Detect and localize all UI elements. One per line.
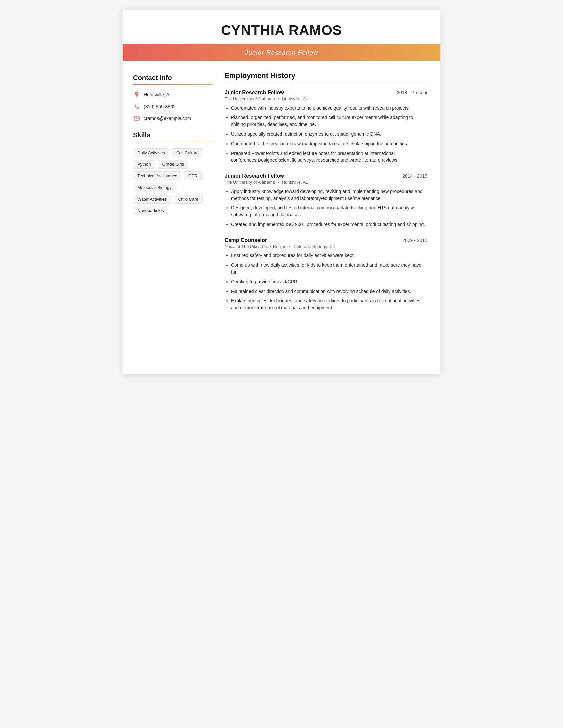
contact-phone: (310) 555-8862 (133, 103, 212, 110)
skill-tag: Grade Girls (158, 160, 188, 169)
job-dates: 2018 - Present (397, 90, 427, 95)
skills-divider (133, 142, 212, 142)
skill-tag: Daily Activities (133, 148, 169, 157)
job-bullet: Utilized specially created restriction e… (231, 131, 427, 138)
job-bullet: Created and implemented ISO 9001 procedu… (231, 221, 427, 228)
job-bullet: Maintained clear direction and communica… (231, 288, 427, 295)
job-title-header: Junior Research Fellow (245, 49, 318, 56)
resume-container: CYNTHIA RAMOS Junior Research Fellow Con… (122, 10, 441, 374)
email-icon (133, 115, 140, 122)
contact-section-title: Contact Info (133, 74, 212, 82)
job-dates: 2009 - 2010 (402, 238, 427, 243)
contact-divider (133, 84, 212, 85)
job-company: The University of Alabama • Huntsville, … (224, 96, 427, 101)
job-dates: 2014 - 2018 (402, 173, 427, 179)
skill-tag: Molecular Biology (133, 183, 176, 192)
job-bullet: Prepared Power Points and edited lecture… (231, 150, 427, 164)
header: CYNTHIA RAMOS (122, 10, 441, 38)
job-bullet: Ensured safety and procedures for daily … (231, 252, 427, 259)
skill-tag: Nanoparticles (133, 206, 168, 215)
skills-section: Skills Daily ActivitiesCell CulturePytho… (133, 131, 212, 215)
location-text: Huntsville, AL (144, 92, 172, 97)
job-bullets: Apply industry knowledge toward developi… (224, 188, 427, 228)
skill-tag: Cell Culture (172, 148, 203, 157)
skills-section-title: Skills (133, 131, 212, 139)
contact-email: cramos@example.com (133, 115, 212, 122)
body-area: Contact Info Huntsville, AL (122, 61, 441, 334)
job-bullet: Contributed to the creation of new marku… (231, 140, 427, 147)
skill-tag: Child Care (173, 195, 202, 204)
candidate-name: CYNTHIA RAMOS (136, 23, 427, 38)
job-header: Junior Research Fellow2018 - Present (224, 90, 427, 96)
skill-tag: Technical Assistance (133, 171, 181, 180)
job-bullets: Coordinated with industry experts to hel… (224, 105, 427, 164)
sidebar: Contact Info Huntsville, AL (133, 71, 212, 321)
job-bullet: Certified to provide first aid/CPR. (231, 278, 427, 285)
skill-tag: CPR (184, 171, 202, 180)
job-bullet: Apply industry knowledge toward developi… (231, 188, 427, 202)
job-header: Junior Research Fellow2014 - 2018 (224, 173, 427, 179)
contact-section: Contact Info Huntsville, AL (133, 74, 212, 122)
job-bullet: Designed, developed, and tested internal… (231, 205, 427, 218)
location-icon (133, 91, 140, 98)
job-bullet: Explain principles, techniques, and safe… (231, 297, 427, 311)
email-text: cramos@example.com (144, 116, 191, 121)
job-header: Camp Counselor2009 - 2010 (224, 237, 427, 243)
job-company: The University of Alabama • Huntsville, … (224, 180, 427, 185)
phone-icon (133, 103, 140, 110)
svg-rect-0 (134, 116, 139, 120)
job-block: Junior Research Fellow2018 - PresentThe … (224, 90, 427, 164)
job-block: Camp Counselor2009 - 2010Ymca of The Pik… (224, 237, 427, 311)
title-bar: Junior Research Fellow (122, 44, 441, 61)
employment-divider (224, 83, 427, 83)
contact-location: Huntsville, AL (133, 91, 212, 98)
job-title: Camp Counselor (224, 237, 267, 243)
jobs-container: Junior Research Fellow2018 - PresentThe … (224, 90, 427, 311)
job-block: Junior Research Fellow2014 - 2018The Uni… (224, 173, 427, 228)
employment-section-title: Employment History (224, 71, 427, 80)
job-bullet: Coordinated with industry experts to hel… (231, 105, 427, 112)
job-title: Junior Research Fellow (224, 173, 284, 179)
job-bullet: Come up with new daily activities for ki… (231, 262, 427, 276)
job-title: Junior Research Fellow (224, 90, 284, 96)
job-company: Ymca of The Pikes Peak Region • Colorado… (224, 244, 427, 249)
main-content: Employment History Junior Research Fello… (224, 71, 427, 321)
skill-tags-container: Daily ActivitiesCell CulturePythonGrade … (133, 148, 212, 215)
skill-tag: Water Activities (133, 195, 171, 204)
job-bullets: Ensured safety and procedures for daily … (224, 252, 427, 311)
job-bullet: Planned, organized, performed, and monit… (231, 114, 427, 128)
phone-text: (310) 555-8862 (144, 104, 175, 109)
skill-tag: Python (133, 160, 155, 169)
